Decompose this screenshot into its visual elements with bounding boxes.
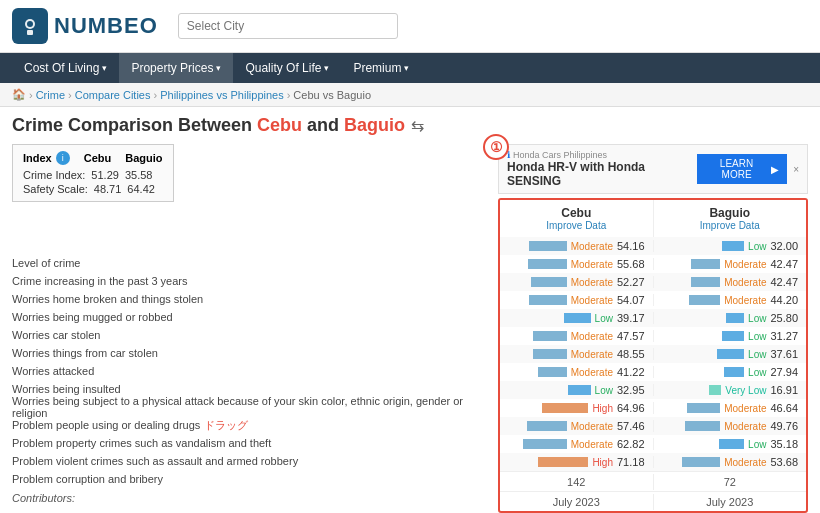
logo-text: NUMBEO: [54, 13, 158, 39]
safety-scale-label: Safety Scale:: [23, 183, 88, 195]
info-icon[interactable]: i: [56, 151, 70, 165]
nav-premium[interactable]: Premium ▾: [341, 53, 421, 83]
nav-arrow-prem: ▾: [404, 63, 409, 73]
crime-label-row: Crime increasing in the past 3 years: [12, 272, 488, 290]
ad-banner: ℹ Honda Cars Philippines Honda HR-V with…: [498, 144, 808, 194]
comp-cell-city1: Moderate 54.07: [500, 294, 653, 306]
comp-cell-city2: Moderate 46.64: [653, 402, 807, 414]
comp-cell-city1: Moderate 62.82: [500, 438, 653, 450]
nav-quality-of-life[interactable]: Quality Of Life ▾: [233, 53, 341, 83]
comp-cell-city2: Moderate 42.47: [653, 258, 807, 270]
comp-cell-city1: Moderate 57.46: [500, 420, 653, 432]
comp-cell-city2: Low 32.00: [653, 240, 807, 252]
crime-index-val2: 35.58: [125, 169, 153, 181]
crime-label-row: Problem property crimes such as vandalis…: [12, 434, 488, 452]
comp-row: Moderate 41.22 Low 27.94: [500, 363, 806, 381]
comp-cell-city2: Low 27.94: [653, 366, 807, 378]
swap-button[interactable]: ⇆: [411, 116, 424, 135]
comp-cell-city2: Moderate 53.68: [653, 456, 807, 468]
nav-arrow-qol: ▾: [324, 63, 329, 73]
ad-close-button[interactable]: ×: [793, 164, 799, 175]
comp-cell-city1: Moderate 52.27: [500, 276, 653, 288]
comp-cell-city2: Moderate 44.20: [653, 294, 807, 306]
comp-cell-city2: Very Low 16.91: [653, 384, 807, 396]
crime-label-row: Worries home broken and things stolen: [12, 290, 488, 308]
logo-icon: [12, 8, 48, 44]
svg-point-2: [27, 21, 33, 27]
comp-cell-city1: Moderate 48.55: [500, 348, 653, 360]
crime-label-row: Problem corruption and bribery: [12, 470, 488, 488]
comp-row: Moderate 54.16 Low 32.00: [500, 237, 806, 255]
ad-main-text: Honda HR-V with Honda SENSING: [507, 160, 697, 188]
crime-label-row: Problem violent crimes such as assault a…: [12, 452, 488, 470]
comp-row: Moderate 54.07 Moderate 44.20: [500, 291, 806, 309]
ad-small-text: Honda Cars Philippines: [513, 150, 607, 160]
comp-row: Moderate 57.46 Moderate 49.76: [500, 417, 806, 435]
nav-arrow-col: ▾: [102, 63, 107, 73]
comp-cell-city2: Low 25.80: [653, 312, 807, 324]
comp-footer-contributors: 142 72: [500, 471, 806, 491]
nav-cost-of-living[interactable]: Cost Of Living ▾: [12, 53, 119, 83]
crime-label-row: Worries attacked: [12, 362, 488, 380]
breadcrumb-crime[interactable]: Crime: [36, 89, 65, 101]
comp-city1-improve[interactable]: Improve Data: [508, 220, 645, 231]
comp-cell-city2: Moderate 49.76: [653, 420, 807, 432]
comp-cell-city1: Moderate 55.68: [500, 258, 653, 270]
comp-cell-city1: Moderate 54.16: [500, 240, 653, 252]
nav-property-prices[interactable]: Property Prices ▾: [119, 53, 233, 83]
comp-row: Moderate 48.55 Low 37.61: [500, 345, 806, 363]
comp-city2-title: Baguio: [662, 206, 799, 220]
crime-label-row: Worries car stolen: [12, 326, 488, 344]
svg-rect-3: [27, 30, 33, 35]
comp-row: Moderate 55.68 Moderate 42.47: [500, 255, 806, 273]
search-input[interactable]: [178, 13, 398, 39]
comp-footer-dates: July 2023 July 2023: [500, 491, 806, 511]
comp-row: Moderate 62.82 Low 35.18: [500, 435, 806, 453]
comp-cell-city2: Moderate 42.47: [653, 276, 807, 288]
comp-row: Low 39.17 Low 25.80: [500, 309, 806, 327]
breadcrumb-compare-cities[interactable]: Compare Cities: [75, 89, 151, 101]
crime-label-row: Worries being subject to a physical atta…: [12, 398, 488, 416]
comp-cell-city2: Low 31.27: [653, 330, 807, 342]
breadcrumb-current: Cebu vs Baguio: [293, 89, 371, 101]
crime-label-row: Worries being mugged or robbed: [12, 308, 488, 326]
comparison-table: Cebu Improve Data Baguio Improve Data Mo…: [498, 198, 808, 513]
contributors-label: Contributors:: [12, 492, 75, 504]
comp-cell-city1: Moderate 41.22: [500, 366, 653, 378]
crime-index-val1: 51.29: [91, 169, 119, 181]
index-label: Index: [23, 152, 52, 164]
breadcrumb-home-icon[interactable]: 🏠: [12, 88, 26, 101]
comp-row: High 71.18 Moderate 53.68: [500, 453, 806, 471]
index-city1: Cebu: [74, 152, 112, 164]
comp-row: High 64.96 Moderate 46.64: [500, 399, 806, 417]
breadcrumb: 🏠 › Crime › Compare Cities › Philippines…: [0, 83, 820, 107]
safety-scale-val1: 48.71: [94, 183, 122, 195]
crime-index-label: Crime Index:: [23, 169, 85, 181]
search-bar[interactable]: [178, 13, 398, 39]
comp-cell-city2: Low 37.61: [653, 348, 807, 360]
circle-badge-1: ①: [483, 134, 509, 160]
safety-scale-val2: 64.42: [127, 183, 155, 195]
comp-cell-city2: Low 35.18: [653, 438, 807, 450]
comp-cell-city1: High 64.96: [500, 402, 653, 414]
comp-row: Moderate 47.57 Low 31.27: [500, 327, 806, 345]
comp-city2-improve[interactable]: Improve Data: [662, 220, 799, 231]
crime-label-row: Worries things from car stolen: [12, 344, 488, 362]
comp-cell-city1: High 71.18: [500, 456, 653, 468]
comp-cell-city1: Moderate 47.57: [500, 330, 653, 342]
comp-cell-city1: Low 32.95: [500, 384, 653, 396]
comp-row: Moderate 52.27 Moderate 42.47: [500, 273, 806, 291]
comp-cell-city1: Low 39.17: [500, 312, 653, 324]
learn-more-button[interactable]: LEARN MORE ▶: [697, 154, 787, 184]
index-city2: Baguio: [115, 152, 162, 164]
comp-city1-title: Cebu: [508, 206, 645, 220]
crime-label-row: Level of crime: [12, 254, 488, 272]
breadcrumb-phil[interactable]: Philippines vs Philippines: [160, 89, 284, 101]
nav-arrow-prop: ▾: [216, 63, 221, 73]
page-title: Crime Comparison Between Cebu and Baguio: [12, 115, 405, 136]
main-nav: Cost Of Living ▾ Property Prices ▾ Quali…: [0, 53, 820, 83]
comp-row: Low 32.95 Very Low 16.91: [500, 381, 806, 399]
